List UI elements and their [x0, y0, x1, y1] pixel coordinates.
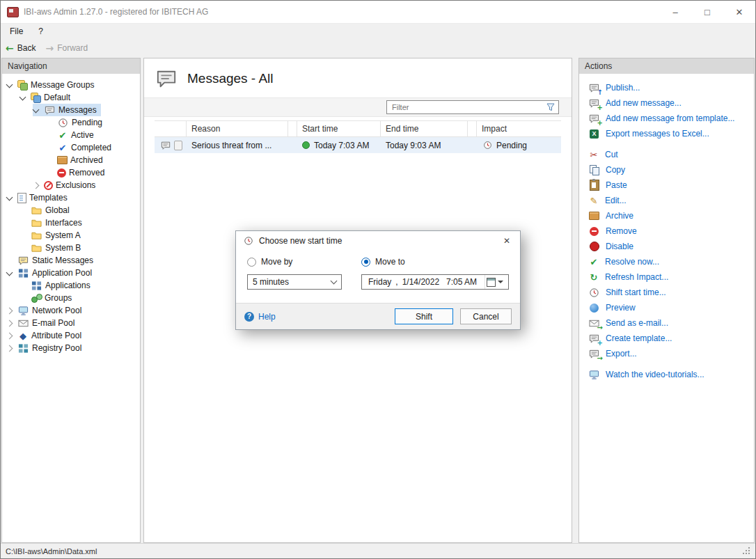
action-label: Edit... [605, 196, 627, 205]
pending-icon [57, 117, 69, 128]
resize-grip[interactable] [743, 548, 750, 555]
action-publish[interactable]: ↑ Publish... [588, 80, 754, 95]
window-title: IBI-aws Admin 1.27.0 - registered for IB… [24, 7, 208, 17]
action-resolve-now[interactable]: ✔ Resolve now... [588, 254, 754, 269]
action-disable[interactable]: Disable [588, 239, 754, 254]
tree-item-pending[interactable]: Pending [2, 116, 140, 129]
action-remove[interactable]: Remove [588, 223, 754, 239]
page-title-row: Messages - All [144, 58, 572, 97]
tree-item-groups[interactable]: Groups [2, 292, 140, 304]
calendar-dropdown-button[interactable] [485, 275, 505, 289]
remove-icon [588, 226, 600, 237]
tree-item-attribute-pool[interactable]: ◆ Attribute Pool [2, 329, 140, 342]
action-preview[interactable]: Preview [588, 300, 754, 315]
chevron-expanded-icon[interactable] [33, 106, 40, 113]
active-status-icon [302, 141, 310, 149]
chevron-collapsed-icon[interactable] [6, 345, 13, 352]
tree-item-global[interactable]: Global [2, 204, 140, 216]
filter-input[interactable] [391, 102, 544, 112]
cell-impact: Pending [477, 140, 560, 151]
folder-icon [31, 217, 42, 228]
back-button[interactable]: ← Back [6, 43, 36, 53]
shift-button[interactable]: Shift [395, 308, 453, 324]
action-edit[interactable]: ✎ Edit... [588, 193, 754, 208]
video-tutorials-icon [588, 369, 600, 380]
tree-item-registry-pool[interactable]: Registry Pool [2, 342, 140, 354]
tree-item-exclusions[interactable]: Exclusions [2, 179, 140, 191]
chevron-collapsed-icon[interactable] [6, 332, 13, 339]
filter-box[interactable] [386, 100, 559, 114]
table-row[interactable]: Serious threat from ... Today 7:03 AM To… [155, 137, 561, 153]
chevron-expanded-icon[interactable] [19, 93, 26, 100]
action-paste[interactable]: Paste [588, 178, 754, 193]
maximize-icon[interactable]: □ [691, 1, 723, 23]
action-add-new-message[interactable]: + Add new message... [588, 95, 754, 111]
time-value-segment[interactable]: 7:05 AM [443, 277, 480, 287]
action-create-template[interactable]: + Create template... [588, 331, 754, 346]
action-export-to-excel[interactable]: Export messages to Excel... [588, 126, 754, 141]
action-copy[interactable]: Copy [588, 162, 754, 178]
forward-button[interactable]: → Forward [45, 43, 88, 53]
action-refresh-impact[interactable]: ↻ Refresh Impact... [588, 269, 754, 285]
column-header-end-time[interactable]: End time [381, 121, 468, 136]
tree-item-default[interactable]: Default [2, 91, 140, 104]
datetime-picker[interactable]: Friday , 1/14/2022 7:05 AM [361, 274, 509, 290]
navigation-panel: Navigation Message Groups Default Messag… [1, 58, 141, 543]
tree-item-static-messages[interactable]: Static Messages [2, 254, 140, 267]
action-watch-video-tutorials[interactable]: Watch the video-tutorials... [588, 367, 754, 382]
duration-select[interactable]: 5 minutes [247, 274, 342, 290]
action-shift-start-time[interactable]: Shift start time... [588, 285, 754, 300]
shift-start-time-clock-icon [588, 287, 600, 298]
move-by-radio[interactable] [247, 258, 256, 267]
filter-funnel-icon[interactable] [546, 103, 555, 111]
chevron-collapsed-icon[interactable] [6, 320, 13, 326]
tree-item-messages[interactable]: Messages [2, 104, 140, 116]
column-header-reason[interactable]: Reason [187, 121, 288, 136]
icon-column-header[interactable] [155, 121, 187, 136]
tree-item-interfaces[interactable]: Interfaces [2, 216, 140, 229]
action-add-message-from-template[interactable]: + Add new message from template... [588, 111, 754, 126]
move-to-radio[interactable] [361, 258, 370, 267]
date-day-segment[interactable]: Friday [365, 277, 394, 287]
tree-item-completed[interactable]: ✔ Completed [2, 141, 140, 154]
tree-item-message-groups[interactable]: Message Groups [2, 79, 140, 91]
dialog-body: Move by Move to 5 minutes Friday [236, 251, 520, 303]
tree-item-email-pool[interactable]: E-mail Pool [2, 317, 140, 329]
column-header-start-time[interactable]: Start time [297, 121, 381, 136]
menu-help[interactable]: ? [38, 26, 43, 36]
chevron-expanded-icon[interactable] [6, 194, 13, 200]
chevron-expanded-icon[interactable] [6, 81, 13, 88]
action-send-as-email[interactable]: → Send as e-mail... [588, 315, 754, 331]
actions-list: ↑ Publish... + Add new message... + Add … [579, 74, 754, 382]
action-archive[interactable]: Archive [588, 208, 754, 223]
tree-item-system-b[interactable]: System B [2, 242, 140, 254]
chevron-collapsed-icon[interactable] [6, 307, 13, 314]
dialog-close-icon[interactable]: ✕ [494, 231, 520, 251]
preview-icon [588, 302, 600, 313]
action-cut[interactable]: ✂ Cut [588, 147, 754, 162]
copy-icon [588, 164, 600, 175]
action-label: Add new message from template... [606, 113, 734, 123]
tree-item-system-a[interactable]: System A [2, 229, 140, 242]
chevron-collapsed-icon[interactable] [33, 182, 40, 189]
tree-item-active[interactable]: ✔ Active [2, 129, 140, 141]
chevron-expanded-icon[interactable] [6, 269, 13, 276]
tree-item-application-pool[interactable]: Application Pool [2, 267, 140, 279]
help-link[interactable]: Help [244, 312, 276, 322]
tree-item-archived[interactable]: Archived [2, 154, 140, 166]
tree-item-applications[interactable]: Applications [2, 279, 140, 292]
column-header-impact[interactable]: Impact [477, 121, 560, 136]
tree-item-removed[interactable]: Removed [2, 166, 140, 179]
menu-file[interactable]: File [10, 26, 23, 36]
tree-item-templates[interactable]: Templates [2, 191, 140, 204]
completed-icon: ✔ [57, 143, 68, 152]
tree-item-network-pool[interactable]: Network Pool [2, 304, 140, 317]
date-value-segment[interactable]: 1/14/2022 [400, 277, 442, 287]
forward-label: Forward [57, 43, 88, 53]
cancel-button[interactable]: Cancel [460, 308, 512, 324]
back-arrow-icon: ← [6, 43, 14, 53]
action-export[interactable]: → Export... [588, 346, 754, 361]
minimize-icon[interactable]: – [659, 1, 691, 23]
dialog-clock-icon [242, 235, 254, 246]
close-icon[interactable]: ✕ [723, 1, 755, 23]
